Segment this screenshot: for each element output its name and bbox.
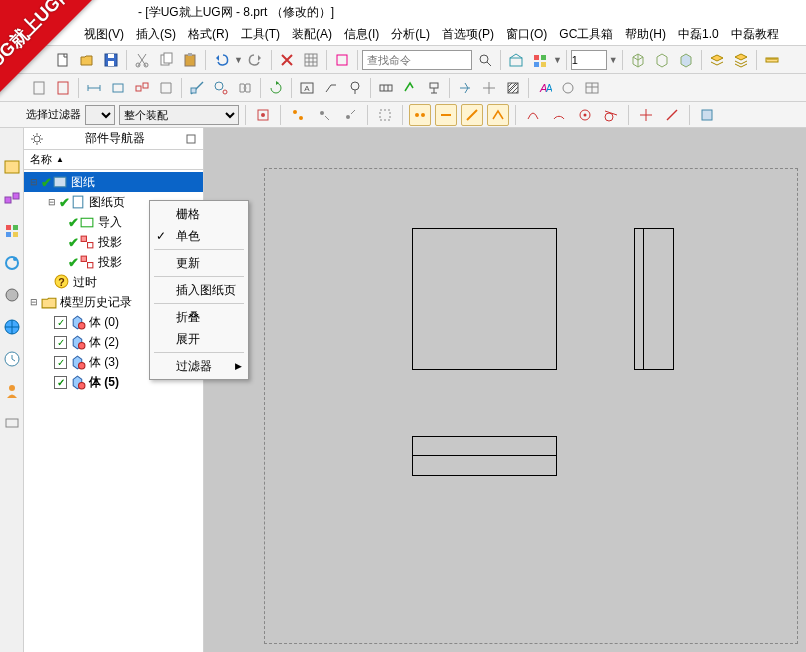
box2-icon[interactable] <box>651 49 673 71</box>
paste-icon[interactable] <box>179 49 201 71</box>
pin-icon[interactable] <box>185 133 197 145</box>
detail-icon[interactable] <box>210 77 232 99</box>
tab-min-icon[interactable] <box>3 414 21 432</box>
snap2-icon[interactable] <box>435 104 457 126</box>
cross-icon[interactable] <box>635 104 657 126</box>
menu-format[interactable]: 格式(R) <box>184 24 233 45</box>
tangent-icon[interactable] <box>600 104 622 126</box>
menu-filter[interactable]: 过滤器▶ <box>150 355 248 377</box>
dim1-icon[interactable] <box>83 77 105 99</box>
snap3-icon[interactable] <box>461 104 483 126</box>
menu-insert-sheet[interactable]: 插入图纸页 <box>150 279 248 301</box>
section-icon[interactable] <box>186 77 208 99</box>
side-view[interactable] <box>634 228 674 370</box>
box3-icon[interactable] <box>675 49 697 71</box>
snap1-icon[interactable] <box>409 104 431 126</box>
arc-icon[interactable] <box>548 104 570 126</box>
sel1-icon[interactable] <box>252 104 274 126</box>
balloon-icon[interactable] <box>344 77 366 99</box>
tab-roles-icon[interactable] <box>3 382 21 400</box>
redo-icon[interactable] <box>245 49 267 71</box>
undo-icon[interactable] <box>210 49 232 71</box>
sheet-icon[interactable] <box>28 77 50 99</box>
copy-icon[interactable] <box>155 49 177 71</box>
circle-icon[interactable] <box>574 104 596 126</box>
box1-icon[interactable] <box>627 49 649 71</box>
ruler-icon[interactable] <box>761 49 783 71</box>
curve1-icon[interactable] <box>522 104 544 126</box>
menu-mono[interactable]: ✓单色 <box>150 225 248 247</box>
dim4-icon[interactable] <box>155 77 177 99</box>
tab-navigator-icon[interactable] <box>3 158 21 176</box>
menu-info[interactable]: 信息(I) <box>340 24 383 45</box>
sel2-icon[interactable] <box>287 104 309 126</box>
tab-reuse-icon[interactable] <box>3 254 21 272</box>
tab-assembly-icon[interactable] <box>3 190 21 208</box>
hatch-icon[interactable] <box>502 77 524 99</box>
menu-zhonglei1[interactable]: 中磊1.0 <box>674 24 723 45</box>
menu-tools[interactable]: 工具(T) <box>237 24 284 45</box>
menu-gctoolbox[interactable]: GC工具箱 <box>555 24 617 45</box>
rect-sel-icon[interactable] <box>374 104 396 126</box>
menu-view[interactable]: 视图(V) <box>80 24 128 45</box>
gear-icon[interactable] <box>30 132 44 146</box>
filter-dropdown[interactable] <box>85 105 115 125</box>
command-search-input[interactable] <box>362 50 472 70</box>
sheet2-icon[interactable] <box>52 77 74 99</box>
delete-icon[interactable] <box>276 49 298 71</box>
menu-zhonglei-tut[interactable]: 中磊教程 <box>727 24 783 45</box>
sel3-icon[interactable] <box>313 104 335 126</box>
box-last-icon[interactable] <box>696 104 718 126</box>
tab-history-icon[interactable] <box>3 350 21 368</box>
tab-hd3d-icon[interactable] <box>3 286 21 304</box>
tab-constraint-icon[interactable] <box>3 222 21 240</box>
leader-icon[interactable] <box>320 77 342 99</box>
menu-refresh[interactable]: 更新 <box>150 252 248 274</box>
menu-window[interactable]: 窗口(O) <box>502 24 551 45</box>
menu-prefs[interactable]: 首选项(P) <box>438 24 498 45</box>
center-icon[interactable] <box>478 77 500 99</box>
edit-text-icon[interactable]: AA <box>533 77 555 99</box>
datum-icon[interactable] <box>423 77 445 99</box>
menu-collapse[interactable]: 折叠 <box>150 306 248 328</box>
tab-browser-icon[interactable] <box>3 318 21 336</box>
line-icon[interactable] <box>661 104 683 126</box>
gdt-icon[interactable] <box>375 77 397 99</box>
touch-icon[interactable] <box>331 49 353 71</box>
drawing-canvas[interactable] <box>204 128 806 652</box>
sel4-icon[interactable] <box>339 104 361 126</box>
menu-grid[interactable]: 栅格 <box>150 203 248 225</box>
menu-help[interactable]: 帮助(H) <box>621 24 670 45</box>
tree-root-drawing[interactable]: ⊟✔ 图纸 <box>24 172 203 192</box>
view1-icon[interactable] <box>505 49 527 71</box>
cut-icon[interactable] <box>131 49 153 71</box>
table-icon[interactable] <box>581 77 603 99</box>
text-icon[interactable]: A <box>296 77 318 99</box>
search-icon[interactable] <box>474 49 496 71</box>
nav-column-header[interactable]: 名称 ▲ <box>24 150 203 170</box>
dim2-icon[interactable] <box>107 77 129 99</box>
menu-analysis[interactable]: 分析(L) <box>387 24 434 45</box>
menu-insert[interactable]: 插入(S) <box>132 24 180 45</box>
symbol-icon[interactable] <box>557 77 579 99</box>
top-view[interactable] <box>412 436 557 476</box>
surf-icon[interactable] <box>399 77 421 99</box>
layers-icon[interactable] <box>706 49 728 71</box>
break-icon[interactable] <box>234 77 256 99</box>
front-view[interactable] <box>412 228 557 370</box>
open-icon[interactable] <box>76 49 98 71</box>
grid-icon[interactable] <box>300 49 322 71</box>
menu-expand[interactable]: 展开 <box>150 328 248 350</box>
snap4-icon[interactable] <box>487 104 509 126</box>
dim3-icon[interactable] <box>131 77 153 99</box>
update-icon[interactable] <box>265 77 287 99</box>
scope-dropdown[interactable]: 整个装配 <box>119 105 239 125</box>
weld-icon[interactable] <box>454 77 476 99</box>
spin-value[interactable] <box>571 50 607 70</box>
menu-assembly[interactable]: 装配(A) <box>288 24 336 45</box>
view2-icon[interactable] <box>529 49 551 71</box>
save-icon[interactable] <box>100 49 122 71</box>
new-icon[interactable] <box>52 49 74 71</box>
svg-point-59 <box>6 289 18 301</box>
layers2-icon[interactable] <box>730 49 752 71</box>
